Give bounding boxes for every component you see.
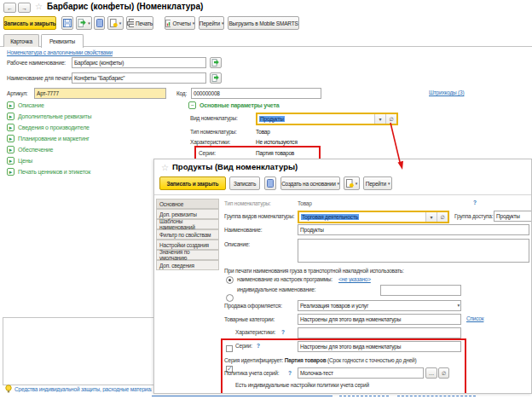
access-group-input[interactable]: Продукты	[494, 211, 532, 222]
dialog-tab-main[interactable]: Основное	[156, 199, 219, 209]
section-label: Описание	[18, 102, 44, 108]
kind-combo[interactable]: Продукты ▾ ∅	[256, 113, 398, 125]
code-input[interactable]: 000000008	[191, 88, 321, 99]
dialog-tab-property-filter[interactable]: Фильтр по свойствам	[156, 229, 219, 240]
section-price-tags[interactable]: ▸Печать ценников и этикеток	[7, 168, 90, 176]
dialog-compare-button[interactable]	[264, 176, 276, 190]
not-specified-link[interactable]: <не указано>	[338, 276, 371, 282]
section-prices[interactable]: ▸Цены	[7, 157, 32, 165]
dropdown-button[interactable]: ▾	[374, 114, 385, 124]
export-mobile-smarts-button[interactable]: Выгрузить в Mobile SMARTS	[228, 16, 299, 30]
radio-individual-label: индивидуальное наименование:	[237, 286, 315, 292]
open-link-button[interactable]: ∅	[385, 114, 396, 124]
compare-button[interactable]	[94, 16, 105, 30]
article-input[interactable]: Арт-7777	[34, 88, 166, 99]
tab-details[interactable]: Реквизиты	[41, 34, 84, 48]
params-header[interactable]: − Основные параметры учета	[188, 101, 279, 109]
create-file-button[interactable]: ▾	[107, 16, 124, 30]
section-additional-details[interactable]: ▸Дополнительные реквизиты	[7, 113, 91, 120]
categories-list-link[interactable]: Список	[466, 315, 483, 321]
dlg-series-label: Серии:	[235, 343, 252, 349]
series-label: Серии:	[199, 150, 216, 156]
series-policy-open-button[interactable]: ∅	[438, 367, 449, 379]
sale-label: Продажа оформляется:	[224, 303, 282, 309]
blue-card-icon	[267, 179, 274, 188]
section-manufacturer-info[interactable]: ▸Сведения о производителе	[7, 124, 90, 131]
nav-forward-button[interactable]: →	[18, 3, 31, 13]
help-icon[interactable]: ?	[281, 329, 285, 335]
save-close-label: Записать и закрыть	[4, 20, 56, 26]
section-label: Сведения о производителе	[18, 124, 90, 130]
dlg-type-value: Товар	[298, 200, 312, 206]
link-icon: ∅	[440, 214, 444, 220]
categories-input[interactable]: Настроены для этого вида номенклатуры	[298, 314, 461, 325]
print-label: Печать	[136, 20, 153, 26]
save-button[interactable]	[61, 16, 73, 30]
article-value: Арт-7777	[37, 90, 59, 96]
dlg-name-value: Продукты	[300, 227, 324, 233]
barcodes-link[interactable]: Штрихкоды (3)	[429, 90, 464, 95]
kind-group-combo[interactable]: Торговая деятельность ▾ ∅	[298, 211, 449, 223]
dropdown-button[interactable]: ▾	[425, 212, 437, 222]
green-fill-icon	[211, 59, 220, 66]
dlg-name-input[interactable]: Продукты	[298, 224, 529, 235]
forward-icon: →	[21, 5, 26, 11]
open-link-button[interactable]: ∅	[437, 212, 448, 222]
section-planning-marketing[interactable]: ▸Планирование и маркетинг	[7, 135, 90, 142]
nav-back-button[interactable]: ←	[3, 3, 16, 13]
individual-name-input[interactable]	[380, 285, 461, 296]
dialog-save-close-label: Записать и закрыть	[167, 181, 219, 187]
series-policy-label: Политика учета серий:	[224, 370, 279, 376]
blue-card-icon	[96, 19, 103, 27]
dialog-save-button[interactable]: Записать	[229, 176, 260, 190]
goto-label: Перейти	[200, 20, 220, 26]
radio-program-settings-name[interactable]	[226, 276, 234, 284]
dialog-save-close-button[interactable]: Записать и закрыть	[159, 176, 226, 190]
dialog-tab-extra-info[interactable]: Доп. сведения	[156, 260, 219, 270]
dialog-save-label: Записать	[234, 181, 256, 187]
categories-label: Товарные категории:	[224, 316, 275, 322]
dialog-tab-name-templates[interactable]: Шаблоны наименований	[156, 219, 219, 229]
copy-element-button[interactable]: ▾	[76, 16, 92, 30]
working-name-fill-button[interactable]	[210, 57, 222, 68]
radio-individual-name[interactable]	[226, 294, 234, 302]
dialog-file-button[interactable]: ▾	[344, 176, 360, 190]
cargo-print-title: При печати наименования груза в транспор…	[224, 268, 404, 274]
dialog-goto-label: Перейти	[366, 181, 386, 187]
dlg-description-textarea[interactable]	[298, 239, 529, 263]
sale-select[interactable]: Реализация товаров и услуг ▾	[298, 300, 461, 311]
reports-button[interactable]: Отчеты ▾	[165, 16, 195, 30]
working-name-input[interactable]: Барбарис (конфеты)	[72, 57, 206, 68]
series-policy-choose-button[interactable]: …	[425, 367, 437, 379]
help-icon[interactable]: ?	[257, 343, 260, 349]
similar-nomenclature-link[interactable]: Номенклатура с аналогичными свойствами	[7, 49, 113, 55]
save-close-button[interactable]: Записать и закрыть	[3, 16, 56, 30]
dialog-goto-button[interactable]: Перейти ▾	[363, 176, 392, 190]
series-settings-input[interactable]: Настроены для этого вида номенклатуры	[298, 341, 461, 352]
characteristics-input[interactable]	[298, 327, 461, 338]
section-description[interactable]: ▸Описание	[7, 101, 44, 109]
print-name-input[interactable]: Конфеты "Барбарис"	[72, 72, 206, 84]
favorite-star-icon[interactable]: ☆	[161, 163, 169, 172]
print-name-value: Конфеты "Барбарис"	[74, 75, 124, 81]
working-name-value: Барбарис (конфеты)	[74, 60, 124, 66]
individual-policy-label: Есть индивидуальные настройки политики у…	[235, 382, 369, 388]
clipped-link-fragment	[339, 396, 389, 396]
favorite-star-icon[interactable]: ☆	[35, 2, 43, 11]
expand-icon: ▸	[7, 146, 14, 153]
series-policy-input[interactable]: Молочка-тест	[298, 367, 424, 379]
characteristics-checkbox[interactable]	[226, 345, 233, 352]
dialog-tab-label: Фильтр по свойствам	[159, 232, 211, 238]
dialog-create-based-button[interactable]: Создать на основании ▾	[280, 176, 340, 190]
help-icon[interactable]: ?	[473, 200, 477, 205]
section-supply[interactable]: ▸Обеспечение	[7, 146, 53, 153]
ppe-materials-link[interactable]: Средства индивидуальной защиты, расходны…	[14, 386, 152, 392]
print-name-fill-button[interactable]	[210, 72, 222, 84]
tab-card[interactable]: Карточка	[3, 34, 39, 47]
help-icon[interactable]: ?	[288, 370, 292, 376]
expand-icon: ▸	[7, 157, 14, 165]
goto-button[interactable]: Перейти ▾	[199, 16, 224, 30]
back-icon: ←	[7, 5, 12, 11]
print-button[interactable]: Печать	[126, 16, 153, 30]
dialog-tab-defaults[interactable]: Значения по умолчанию	[156, 250, 219, 260]
